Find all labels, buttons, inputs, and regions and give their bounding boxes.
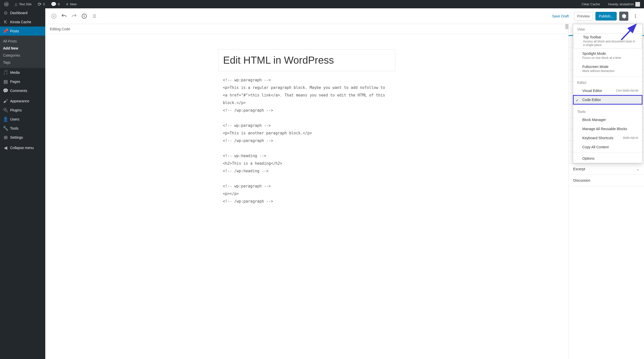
comments-count: 0 <box>58 2 60 6</box>
home-icon: ⌂ <box>15 2 17 7</box>
new-label: New <box>70 2 77 6</box>
greeting: Howdy, testadmin <box>608 2 634 6</box>
avatar <box>635 2 640 7</box>
comments-link[interactable]: 💬0 <box>49 0 62 8</box>
comment-icon: 💬 <box>51 2 56 7</box>
site-name-link[interactable]: ⌂Test Site <box>13 0 34 8</box>
updates-count: 3 <box>43 2 45 6</box>
clear-cache-link[interactable]: Clear Cache <box>579 0 602 8</box>
admin-bar: ⓦ ⌂Test Site ⟳3 💬0 +New Clear Cache Howd… <box>0 0 644 8</box>
my-account-link[interactable]: Howdy, testadmin <box>606 0 642 8</box>
wordpress-icon: ⓦ <box>4 2 9 7</box>
plus-icon: + <box>66 2 69 7</box>
updates-link[interactable]: ⟳3 <box>36 0 47 8</box>
refresh-icon: ⟳ <box>38 2 41 7</box>
new-content-link[interactable]: +New <box>64 0 79 8</box>
site-name: Test Site <box>19 2 32 6</box>
wp-logo[interactable]: ⓦ <box>2 0 11 8</box>
